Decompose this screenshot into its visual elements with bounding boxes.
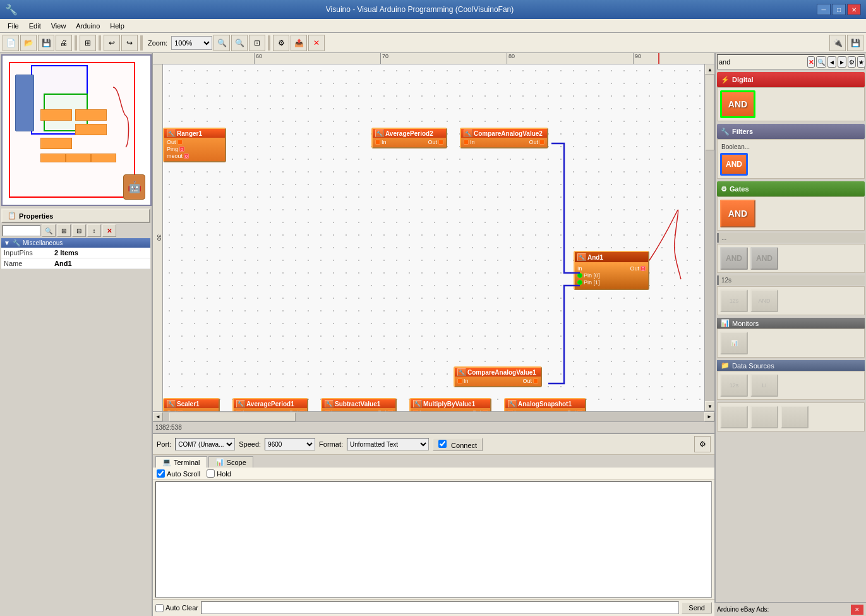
ranger1-timeout-port[interactable]: 0 xyxy=(184,154,189,159)
maximize-button[interactable]: □ xyxy=(832,4,846,15)
h-scroll-thumb[interactable] xyxy=(169,413,296,421)
extra-icon-1[interactable] xyxy=(720,406,748,428)
datasource-icon-1[interactable]: 12s xyxy=(720,374,748,397)
tab-terminal[interactable]: 💻 Terminal xyxy=(155,456,207,468)
canvas-scroll[interactable]: 🔧 Ranger1 Out Ping 0 meout xyxy=(163,64,704,411)
menu-file[interactable]: File xyxy=(3,21,24,31)
ap1-out-port[interactable] xyxy=(299,410,304,411)
zoom-select[interactable]: 100% 75% 125% xyxy=(171,36,212,50)
compare-analog-value1-block[interactable]: 🔧 CompareAnalogValue1 In Out xyxy=(454,366,542,387)
props-filter-button[interactable]: 🔍 xyxy=(42,224,56,237)
datasource-header[interactable]: 📁 Data Sources xyxy=(717,360,865,371)
and-gates-icon[interactable]: AND xyxy=(720,200,755,227)
as1-out-port[interactable] xyxy=(577,410,582,411)
and-filters-icon[interactable]: AND xyxy=(720,153,748,176)
search-clear-button[interactable]: ✕ xyxy=(807,56,815,68)
hold-label[interactable]: Hold xyxy=(207,469,231,478)
as1-in-port[interactable] xyxy=(508,410,513,411)
menu-edit[interactable]: Edit xyxy=(24,21,46,31)
zoom-out-button[interactable]: 🔍 xyxy=(231,35,248,51)
new-button[interactable]: 📄 xyxy=(3,35,19,51)
prop-value-inputpins[interactable]: 2 Items xyxy=(54,249,78,257)
analog-snapshot1-block[interactable]: 🔧 AnalogSnapshot1 In Out xyxy=(504,398,586,411)
scroll-track[interactable] xyxy=(705,75,714,401)
save-button[interactable]: 💾 xyxy=(38,35,54,51)
cav2-out-port[interactable] xyxy=(539,140,544,145)
terminal-input[interactable] xyxy=(201,601,679,614)
scaler1-out-port[interactable] xyxy=(177,410,183,411)
monitor-icon-1[interactable]: 📊 xyxy=(720,332,748,354)
arduino-button[interactable]: 🔌 xyxy=(829,35,846,51)
compile-button[interactable]: ⚙ xyxy=(273,35,289,51)
close-button[interactable]: ✕ xyxy=(847,4,861,15)
placeholder-and-2[interactable]: AND xyxy=(750,247,778,270)
print-button[interactable]: 🖨 xyxy=(56,35,72,51)
props-close-button[interactable]: ✕ xyxy=(102,224,116,237)
props-expand-button[interactable]: ⊞ xyxy=(57,224,71,237)
cav1-out-port[interactable] xyxy=(533,378,538,383)
zoom-fit-button[interactable]: ⊡ xyxy=(249,35,265,51)
terminal-settings-button[interactable]: ⚙ xyxy=(694,436,711,452)
props-search-input[interactable] xyxy=(3,225,40,236)
gates-header[interactable]: ⚙ Gates xyxy=(717,181,865,196)
auto-clear-label[interactable]: Auto Clear xyxy=(155,604,198,612)
datasource-icon-2[interactable]: Li xyxy=(750,374,778,397)
redo-button[interactable]: ↪ xyxy=(121,35,138,51)
menu-arduino[interactable]: Arduino xyxy=(71,21,105,31)
ap1-in-port[interactable] xyxy=(236,410,241,411)
terminal-content[interactable] xyxy=(155,481,712,598)
placeholder-and-1[interactable]: AND xyxy=(720,247,748,270)
settings-button[interactable]: 💾 xyxy=(847,35,863,51)
ranger1-ping-port[interactable]: 0 xyxy=(179,147,184,152)
search-forward-button[interactable]: ► xyxy=(838,56,846,68)
extra-icon-2[interactable] xyxy=(750,406,778,428)
open-button[interactable]: 📂 xyxy=(20,35,37,51)
menu-view[interactable]: View xyxy=(46,21,71,31)
connect-checkbox[interactable] xyxy=(438,440,447,448)
ap2-out-port[interactable] xyxy=(438,140,443,145)
ranger1-out-port[interactable] xyxy=(177,140,183,145)
compare-analog-value2-block[interactable]: 🔧 CompareAnalogValue2 In Out xyxy=(460,128,548,148)
props-sort-button[interactable]: ↕ xyxy=(87,224,101,237)
grid-button[interactable]: ⊞ xyxy=(80,35,96,51)
menu-help[interactable]: Help xyxy=(105,21,129,31)
send-button[interactable]: Send xyxy=(682,602,712,613)
scroll-down-button[interactable]: ▼ xyxy=(705,401,714,411)
minimize-button[interactable]: ─ xyxy=(817,4,831,15)
and1-pin1-port[interactable] xyxy=(577,280,582,285)
delete-button[interactable]: ✕ xyxy=(308,35,325,51)
and-digital-icon[interactable]: AND xyxy=(720,90,755,118)
search-button[interactable]: 🔍 xyxy=(816,56,826,68)
and1-block[interactable]: 🔧 And1 In Out 0 Pin [0] xyxy=(574,251,649,290)
sv1-in-port[interactable] xyxy=(325,410,330,411)
speed-select[interactable]: 9600 xyxy=(265,438,315,450)
undo-button[interactable]: ↩ xyxy=(104,35,120,51)
search-back-button[interactable]: ◄ xyxy=(827,56,836,68)
multiply-by-value1-block[interactable]: 🔧 MultiplyByValue1 In Out xyxy=(409,398,491,411)
connect-button[interactable]: Connect xyxy=(433,438,483,451)
subtract-value1-block[interactable]: 🔧 SubtractValue1 In Out xyxy=(321,398,397,411)
mbv1-in-port[interactable] xyxy=(413,410,418,411)
placeholder-12s-2[interactable]: AND xyxy=(750,289,778,312)
average-period1-block[interactable]: 🔧 AveragePeriod1 In Out xyxy=(232,398,308,411)
format-select[interactable]: Unformatted Text xyxy=(347,438,429,450)
hold-checkbox[interactable] xyxy=(207,469,215,478)
and1-pin0-port[interactable] xyxy=(577,273,582,278)
component-search-input[interactable] xyxy=(719,58,806,66)
fav-button[interactable]: ★ xyxy=(857,56,865,68)
canvas-vertical-scrollbar[interactable]: ▲ ▼ xyxy=(704,64,714,411)
ranger1-block[interactable]: 🔧 Ranger1 Out Ping 0 meout xyxy=(163,128,226,162)
scroll-right-button[interactable]: ► xyxy=(704,412,714,421)
props-collapse-button[interactable]: ⊟ xyxy=(72,224,86,237)
mbv1-out-port[interactable] xyxy=(483,410,488,411)
auto-scroll-label[interactable]: Auto Scroll xyxy=(157,469,200,478)
digital-header[interactable]: ⚡ Digital xyxy=(717,72,865,87)
extra-icon-3[interactable] xyxy=(781,406,809,428)
tab-scope[interactable]: 📊 Scope xyxy=(208,456,253,468)
sv1-out-port[interactable] xyxy=(388,410,393,411)
auto-clear-checkbox[interactable] xyxy=(155,604,164,612)
monitors-header[interactable]: 📊 Monitors xyxy=(717,318,865,329)
placeholder-12s-1[interactable]: 12s xyxy=(720,289,748,312)
scroll-up-button[interactable]: ▲ xyxy=(705,64,714,75)
ebay-ads-close[interactable]: ✕ xyxy=(851,605,863,615)
